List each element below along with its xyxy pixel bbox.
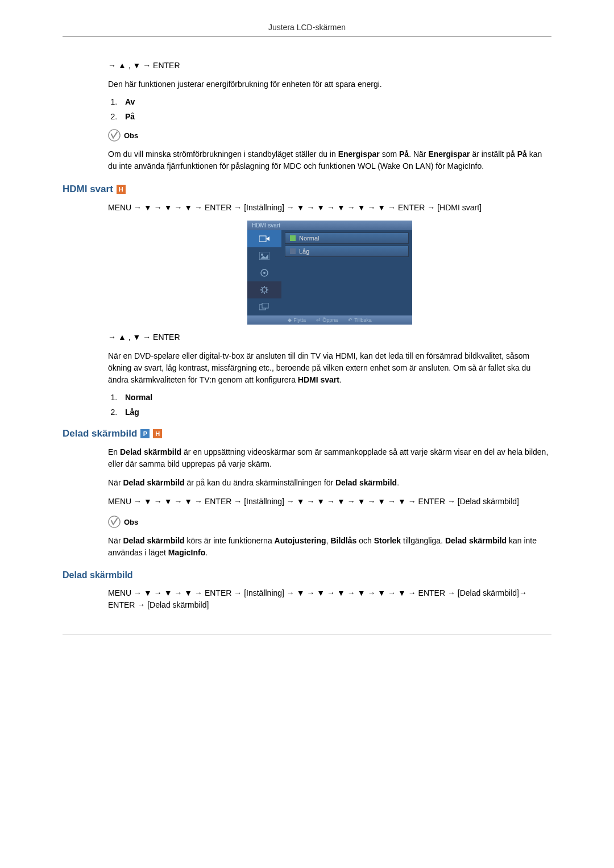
osd-menu: HDMI svart [247, 221, 412, 325]
check-icon [290, 235, 296, 241]
option-label: På [125, 112, 135, 121]
option-list-energispar: Av På [119, 97, 551, 121]
note-icon [108, 516, 121, 528]
svg-rect-8 [262, 303, 268, 308]
header-title: Justera LCD-skärmen [268, 23, 346, 32]
section-title-text: HDMI svart [63, 184, 113, 195]
osd-footer: Flytta Öppna Tillbaka [247, 315, 412, 325]
osd-options: Normal Låg [281, 230, 412, 315]
osd-tab-setup-icon[interactable] [247, 281, 281, 298]
osd-footer-move: Flytta [288, 317, 306, 323]
osd-footer-open: Öppna [316, 317, 338, 323]
intro-text: Den här funktionen justerar energiförbru… [108, 78, 551, 90]
osd-sidebar [247, 230, 281, 315]
osd-tab-multi-icon[interactable] [247, 298, 281, 315]
osd-footer-back: Tillbaka [348, 317, 372, 323]
nav-sequence: → ▲ , ▼ → ENTER [108, 331, 551, 343]
note-row: Obs [108, 129, 551, 142]
check-icon [290, 248, 296, 254]
list-item: Av [119, 97, 551, 106]
nav-sequence: MENU → ▼ → ▼ → ▼ → ENTER → [Inställning]… [108, 496, 551, 508]
page-header: Justera LCD-skärmen [63, 23, 551, 37]
list-item: Normal [119, 393, 551, 402]
svg-rect-1 [259, 236, 266, 242]
svg-point-9 [109, 516, 120, 528]
hdmi-description: När en DVD-spelare eller digital-tv-box … [108, 350, 551, 386]
badge-h-icon: H [117, 185, 126, 194]
section-title-hdmi-svart: HDMI svart H [63, 184, 551, 195]
note-text: Om du vill minska strömförbrukningen i s… [108, 148, 551, 172]
list-item: På [119, 112, 551, 121]
nav-sequence: MENU → ▼ → ▼ → ▼ → ENTER → [Inställning]… [108, 202, 551, 214]
badge-p-icon: P [140, 429, 150, 438]
subsection-title-delad-skarmbild: Delad skärmbild [63, 570, 551, 580]
note-label: Obs [124, 518, 138, 526]
osd-titlebar: HDMI svart [247, 221, 412, 230]
osd-option-label: Låg [299, 248, 309, 255]
nav-sequence: MENU → ▼ → ▼ → ▼ → ENTER → [Inställning]… [108, 587, 551, 611]
list-item: Låg [119, 408, 551, 417]
option-list-hdmi: Normal Låg [119, 393, 551, 417]
option-label: Låg [125, 408, 139, 417]
osd-option-label: Normal [299, 235, 319, 242]
section-title-text: Delad skärmbild [63, 428, 137, 439]
osd-tab-picture-icon[interactable] [247, 247, 281, 264]
note-icon [108, 129, 121, 142]
note-text: När Delad skärmbild körs är inte funktio… [108, 535, 551, 559]
osd-tab-sound-icon[interactable] [247, 264, 281, 281]
badge-h-icon: H [153, 429, 162, 438]
osd-option[interactable]: Låg [285, 246, 409, 257]
osd-body: Normal Låg [247, 230, 412, 315]
note-row: Obs [108, 516, 551, 528]
delad-para-2: När Delad skärmbild är på kan du ändra s… [108, 477, 551, 489]
svg-point-6 [262, 288, 267, 292]
delad-para-1: En Delad skärmbild är en uppsättning vid… [108, 446, 551, 470]
osd-option[interactable]: Normal [285, 232, 409, 244]
svg-point-0 [109, 130, 120, 141]
nav-sequence: → ▲ , ▼ → ENTER [108, 60, 551, 72]
option-label: Av [125, 97, 135, 106]
option-label: Normal [125, 393, 152, 402]
footer-divider [63, 634, 551, 634]
osd-tab-input-icon[interactable] [247, 230, 281, 247]
note-label: Obs [124, 131, 138, 140]
svg-point-3 [261, 254, 263, 256]
svg-point-5 [263, 272, 265, 274]
section-title-delad-skarmbild: Delad skärmbild P H [63, 428, 551, 439]
